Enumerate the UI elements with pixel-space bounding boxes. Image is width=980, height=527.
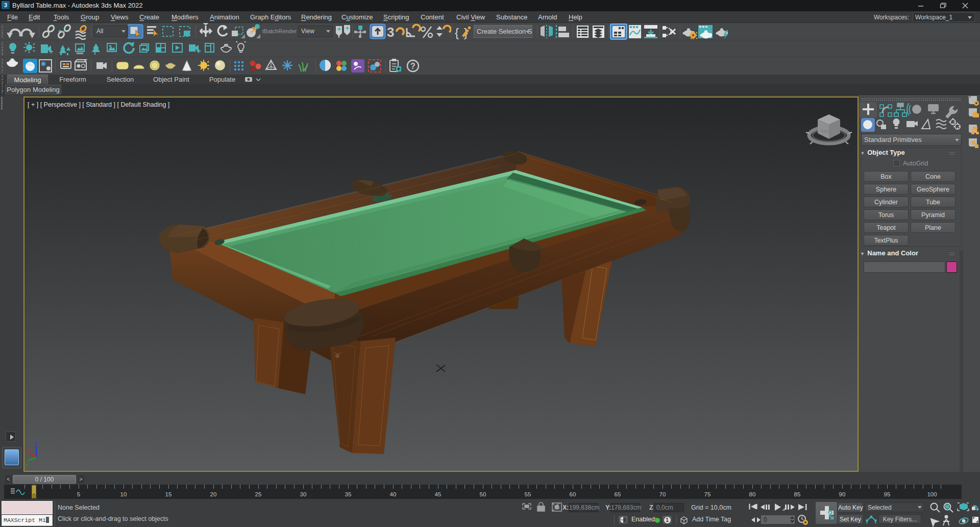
svg-text:z: z	[35, 441, 37, 446]
svg-text:X:: X:	[562, 504, 569, 511]
svg-text:y: y	[26, 462, 28, 467]
svg-text:3: 3	[387, 25, 394, 40]
svg-text:x: x	[27, 446, 29, 451]
svg-text:?: ?	[410, 62, 415, 70]
svg-text:tBatchRender: tBatchRender	[262, 28, 297, 34]
svg-text:Grid = 10,0cm: Grid = 10,0cm	[691, 504, 731, 511]
